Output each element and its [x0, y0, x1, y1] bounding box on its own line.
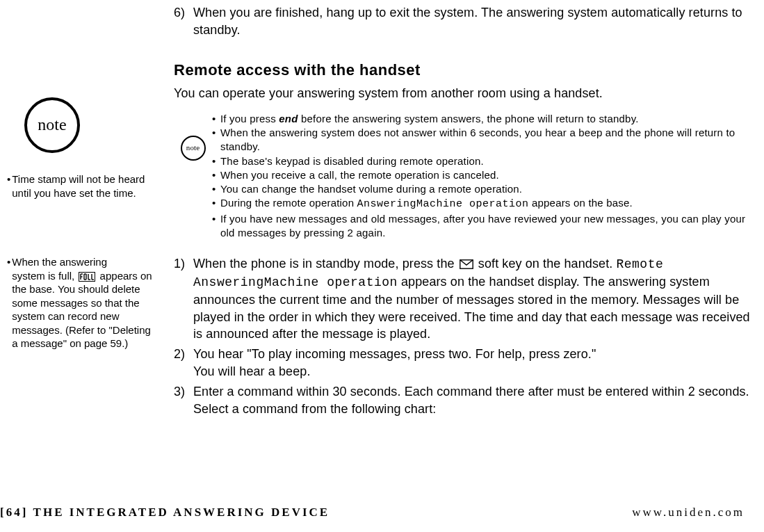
step2-line1: You hear "To play incoming messages, pre…: [193, 347, 596, 361]
bullet-dot: •: [7, 172, 10, 200]
step-3: 3) Enter a command within 30 seconds. Ea…: [174, 383, 758, 418]
note-item-6: • During the remote operation AnsweringM…: [212, 196, 758, 211]
note-item-4-text: When you receive a call, the remote oper…: [220, 168, 758, 182]
page-number: [64]: [0, 506, 28, 519]
note1-post: before the answering system answers, the…: [298, 113, 639, 124]
step-6-number: 6): [174, 4, 193, 39]
note-item-3: • The base's keypad is disabled during r…: [212, 154, 758, 168]
page-footer: [64] THE INTEGRATED ANSWERING DEVICE www…: [0, 506, 764, 519]
sidebar-bullet-2-text: When the answering system is full,: [12, 255, 153, 350]
note-item-1: • If you press end before the answering …: [212, 112, 758, 126]
note-badge-small: note: [181, 136, 206, 161]
bullet-dot: •: [212, 212, 220, 241]
note6-pre: During the remote operation: [220, 197, 357, 209]
bullet-dot: •: [212, 126, 220, 154]
sidebar-notes: note • Time stamp will not be heard unti…: [0, 97, 160, 350]
sidebar-bullet-2-pre: When the answering: [12, 256, 107, 268]
footer-url: www.uniden.com: [632, 506, 745, 519]
step-6: 6) When you are finished, hang up to exi…: [174, 4, 758, 39]
step-2-text: You hear "To play incoming messages, pre…: [193, 346, 758, 380]
note1-pre: If you press: [220, 113, 279, 124]
envelope-icon: [460, 259, 473, 269]
note6-lcd: AnsweringMachine operation: [357, 198, 529, 210]
step1-mid: soft key on the handset.: [475, 257, 617, 271]
note-badge-small-label: note: [186, 143, 200, 153]
note-item-7: • If you have new messages and old messa…: [212, 212, 758, 241]
note-item-3-text: The base's keypad is disabled during rem…: [220, 154, 758, 168]
sidebar-bullet-2-mid: system is full,: [12, 270, 77, 282]
note-item-4: • When you receive a call, the remote op…: [212, 168, 758, 182]
full-icon: [79, 272, 95, 282]
sidebar-bullet-2: • When the answering system is full,: [7, 255, 153, 350]
page: note • Time stamp will not be heard unti…: [0, 0, 764, 532]
note-badge-large: note: [24, 97, 80, 153]
note-item-1-text: If you press end before the answering sy…: [220, 112, 758, 126]
step-1-text: When the phone is in standby mode, press…: [193, 255, 758, 343]
sidebar-bullet-1-text: Time stamp will not be heard until you h…: [12, 172, 153, 200]
bullet-dot: •: [7, 255, 10, 350]
note-icon-wrap: note: [174, 112, 212, 161]
step-1-number: 1): [174, 255, 193, 343]
footer-left: [64] THE INTEGRATED ANSWERING DEVICE: [0, 506, 330, 519]
note-item-2-text: When the answering system does not answe…: [220, 126, 758, 154]
note-item-7-text: If you have new messages and old message…: [220, 212, 758, 241]
note-badge-label: note: [38, 114, 66, 136]
note-list: • If you press end before the answering …: [212, 112, 758, 240]
note-item-5: • You can change the handset volume duri…: [212, 182, 758, 196]
sidebar-bullet-1: • Time stamp will not be heard until you…: [7, 172, 153, 200]
note1-em: end: [279, 113, 298, 124]
main-content: 6) When you are finished, hang up to exi…: [174, 0, 758, 421]
note-item-5-text: You can change the handset volume during…: [220, 182, 758, 196]
note-block: note • If you press end before the answe…: [174, 112, 758, 240]
step-6-text: When you are finished, hang up to exit t…: [193, 4, 758, 39]
section-heading: Remote access with the handset: [174, 60, 758, 81]
step-3-number: 3): [174, 383, 193, 418]
note-item-6-text: During the remote operation AnsweringMac…: [220, 196, 758, 211]
chapter-title: THE INTEGRATED ANSWERING DEVICE: [33, 506, 330, 519]
bullet-dot: •: [212, 182, 220, 196]
step-1: 1) When the phone is in standby mode, pr…: [174, 255, 758, 343]
step-3-text: Enter a command within 30 seconds. Each …: [193, 383, 758, 418]
note-item-2: • When the answering system does not ans…: [212, 126, 758, 154]
note6-post: appears on the base.: [529, 197, 633, 209]
step-2: 2) You hear "To play incoming messages, …: [174, 346, 758, 380]
bullet-dot: •: [212, 168, 220, 182]
step1-pre: When the phone is in standby mode, press…: [193, 257, 458, 271]
step2-line2: You will hear a beep.: [193, 364, 311, 378]
bullet-dot: •: [212, 154, 220, 168]
bullet-dot: •: [212, 196, 220, 211]
step-2-number: 2): [174, 346, 193, 380]
section-intro: You can operate your answering system fr…: [174, 85, 758, 102]
bullet-dot: •: [212, 112, 220, 126]
